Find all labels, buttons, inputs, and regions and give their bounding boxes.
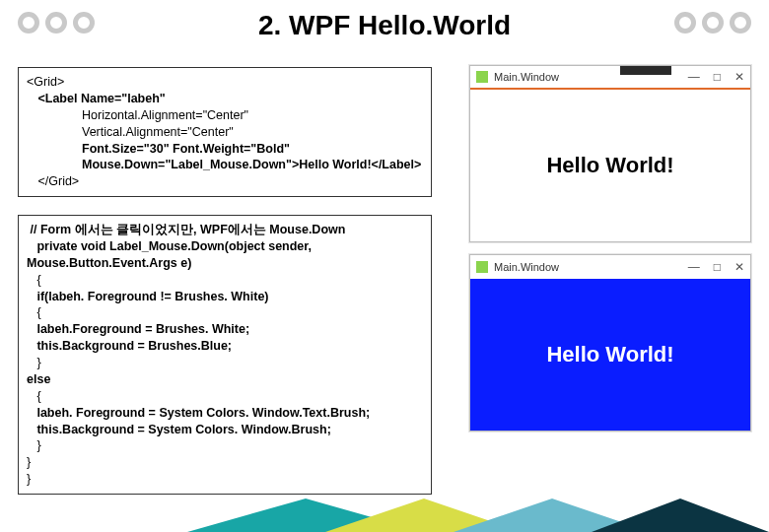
close-button[interactable]: ✕ — [734, 70, 744, 84]
footer-decor — [0, 499, 769, 532]
code-line: { — [27, 388, 423, 405]
code-line: } — [27, 454, 423, 471]
code-line: private void Label_Mouse.Down(object sen… — [27, 238, 423, 272]
code-line: Horizontal.Alignment="Center" — [27, 107, 423, 124]
window-body-blue: Hello World! — [470, 279, 750, 431]
window-titlebar: Main.Window — □ ✕ — [470, 66, 750, 90]
window-titlebar: Main.Window — □ ✕ — [470, 255, 750, 279]
code-line: } — [27, 355, 423, 371]
minimize-button[interactable]: — — [688, 70, 700, 84]
triangle-icon — [592, 499, 769, 532]
code-line: else — [27, 371, 423, 388]
titlebar-overlay — [620, 66, 671, 75]
maximize-button[interactable]: □ — [714, 260, 721, 274]
window-title-text: Main.Window — [494, 71, 559, 83]
code-line: Mouse.Down="Label_Mouse.Down">Hello Worl… — [82, 158, 421, 171]
code-line: this.Background = Brushes.Blue; — [27, 338, 423, 355]
code-line: Font.Size="30" Font.Weight="Bold" — [27, 141, 423, 158]
code-line: { — [27, 304, 423, 321]
app-window-blue: Main.Window — □ ✕ Hello World! — [469, 254, 751, 432]
hello-label[interactable]: Hello World! — [546, 153, 673, 178]
window-icon — [476, 71, 488, 83]
code-line: Vertical.Alignment="Center" — [27, 124, 423, 141]
code-line: labeh.Foreground = Brushes. White; — [27, 321, 423, 338]
code-line: } — [27, 437, 423, 454]
window-icon — [476, 261, 488, 273]
code-line: </Grid> — [27, 173, 423, 190]
code-line: { — [27, 272, 423, 289]
code-line: // Form 에서는 클릭이었지만, WPF에서는 Mouse.Down — [27, 222, 423, 238]
code-line: labeh. Foreground = System Colors. Windo… — [27, 405, 423, 422]
code-line: if(labeh. Foreground != Brushes. White) — [27, 289, 423, 305]
csharp-code-box: // Form 에서는 클릭이었지만, WPF에서는 Mouse.Down pr… — [18, 215, 432, 495]
hello-label[interactable]: Hello World! — [546, 342, 673, 367]
code-line: <Grid> — [27, 74, 423, 91]
minimize-button[interactable]: — — [688, 260, 700, 274]
code-line: <Label Name="labeh" — [27, 91, 423, 107]
screenshots-column: Main.Window — □ ✕ Hello World! Main.Wind… — [469, 65, 751, 432]
window-title-text: Main.Window — [494, 261, 559, 273]
code-line: this.Background = System Colors. Window.… — [27, 422, 423, 438]
xaml-code-box: <Grid> <Label Name="labeh" Horizontal.Al… — [18, 67, 432, 197]
window-body-default: Hello World! — [470, 90, 750, 241]
code-line: } — [27, 471, 423, 488]
maximize-button[interactable]: □ — [714, 70, 721, 84]
slide-title: 2. WPF Hello.World — [0, 10, 769, 41]
close-button[interactable]: ✕ — [734, 260, 744, 274]
app-window-default: Main.Window — □ ✕ Hello World! — [469, 65, 751, 242]
